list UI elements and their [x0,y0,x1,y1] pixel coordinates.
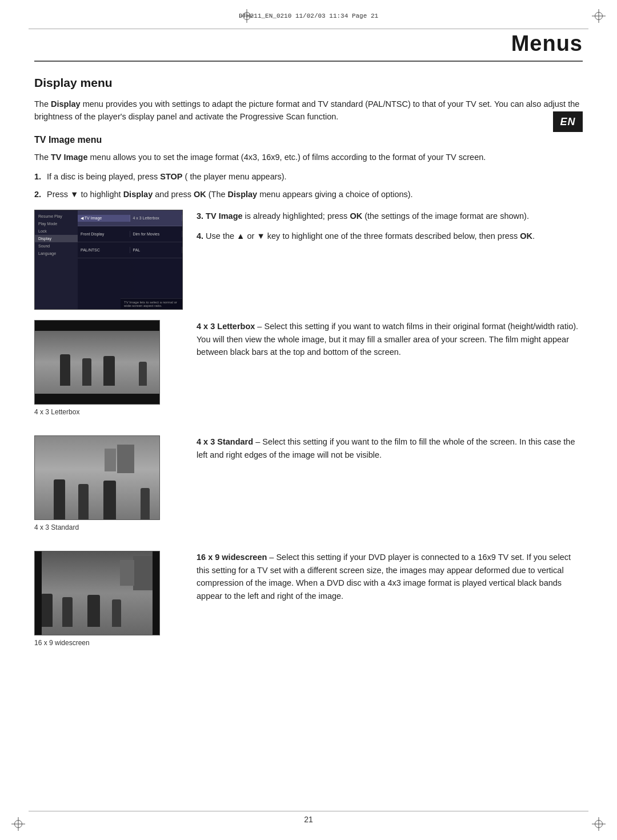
steps-3-4-col: 3. TV Image is already highlighted; pres… [197,210,583,249]
letterbox-image-col: 4 x 3 Letterbox [34,320,183,425]
header-meta-text: DTH211_EN_0210 11/02/03 11:34 Page 21 [239,13,378,19]
section-heading: Display menu [34,76,583,90]
menu-sidebar-item-lock: Lock [35,227,78,235]
menu-cell-frontdisplay-label: Front Display [78,231,130,237]
menu-cell-palntsc-label: PAL/NTSC [78,247,130,253]
standard-thumbnail [34,435,160,520]
menu-row-tvimage: ◀ TV Image 4 x 3 Letterbox [78,210,182,226]
widescreen-image-col: 16 x 9 widescreen [34,551,183,656]
letterbox-caption: 4 x 3 Letterbox [34,408,183,416]
standard-caption: 4 x 3 Standard [34,523,183,531]
letterbox-section: 4 x 3 Letterbox 4 x 3 Letterbox – Select… [34,320,583,425]
header-meta-bar: DTH211_EN_0210 11/02/03 11:34 Page 21 [0,0,617,31]
widescreen-text-col: 16 x 9 widescreen – Select this setting … [197,551,583,609]
menu-row-palntsc: PAL/NTSC PAL [78,242,182,258]
step-3: 3. TV Image is already highlighted; pres… [197,210,583,222]
registration-mark-bottom-right [592,817,606,831]
step-2-number: 2. [34,188,41,201]
menu-sidebar-item-resume: Resume Play [35,213,78,220]
bottom-rule [29,811,588,811]
subsection-heading: TV Image menu [34,135,583,145]
standard-text-col: 4 x 3 Standard – Select this setting if … [197,435,583,468]
standard-image-col: 4 x 3 Standard [34,435,183,541]
page-content: Menus Display menu The Display menu prov… [34,31,583,806]
step-1: 1. If a disc is being played, press STOP… [34,170,583,183]
step-1-number: 1. [34,170,41,183]
standard-section: 4 x 3 Standard 4 x 3 Standard – Select t… [34,435,583,541]
menu-sidebar-item-sound: Sound [35,242,78,250]
widescreen-caption: 16 x 9 widescreen [34,639,183,647]
menu-sidebar-item-display: Display [35,235,78,242]
menu-cell-tvimage-label: ◀ TV Image [78,215,130,222]
steps-list: 1. If a disc is being played, press STOP… [34,170,583,201]
menu-screenshot-col: Resume Play Play Mode Lock Display Sound… [34,210,183,310]
menu-cell-frontdisplay-value: Dim for Movies [130,231,183,237]
menu-sidebar-item-play: Play Mode [35,220,78,227]
menu-cell-tvimage-value: 4 x 3 Letterbox [130,215,183,221]
letterbox-text-col: 4 x 3 Letterbox – Select this setting if… [197,320,583,365]
menu-status-bar: TV Image lets to select a normal or wide… [121,298,182,309]
widescreen-description: 16 x 9 widescreen – Select this setting … [197,551,583,602]
step-2: 2. Press ▼ to highlight Display and pres… [34,188,583,201]
menu-row-frontdisplay: Front Display Dim for Movies [78,226,182,242]
menu-screenshot: Resume Play Play Mode Lock Display Sound… [34,210,183,310]
top-rule [29,29,588,29]
page-number: 21 [304,815,313,824]
letterbox-description: 4 x 3 Letterbox – Select this setting if… [197,320,583,358]
menu-sidebar: Resume Play Play Mode Lock Display Sound… [35,210,78,309]
intro-paragraph: The Display menu provides you with setti… [34,98,583,123]
menu-screenshot-section: Resume Play Play Mode Lock Display Sound… [34,210,583,310]
menu-main: ◀ TV Image 4 x 3 Letterbox Front Display… [78,210,182,309]
step-4: 4. Use the ▲ or ▼ key to highlight one o… [197,230,583,242]
registration-mark-bottom-left [11,817,25,831]
widescreen-thumbnail [34,551,160,635]
widescreen-section: 16 x 9 widescreen 16 x 9 widescreen – Se… [34,551,583,656]
letterbox-thumbnail [34,320,160,405]
menu-cell-palntsc-value: PAL [130,247,183,253]
chapter-title: Menus [34,31,583,62]
standard-description: 4 x 3 Standard – Select this setting if … [197,435,583,461]
menu-sidebar-item-language: Language [35,250,78,257]
subsection-body: The TV Image menu allows you to set the … [34,151,583,163]
